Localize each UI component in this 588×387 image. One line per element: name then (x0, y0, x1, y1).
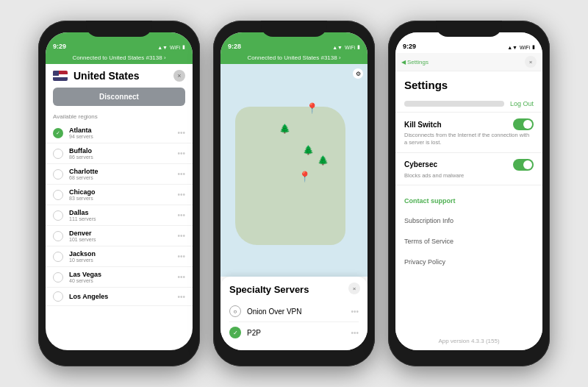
region-icon (53, 210, 63, 221)
kill-switch-header: Kill Switch (404, 118, 534, 130)
list-item[interactable]: Los Angeles ••• (46, 288, 193, 306)
p2p-more-icon[interactable]: ••• (351, 329, 359, 337)
region-icon (53, 291, 63, 302)
list-item[interactable]: Chicago 83 servers ••• (46, 185, 193, 205)
list-item[interactable]: Charlotte 68 servers ••• (46, 164, 193, 185)
map-pin-1: 📍 (306, 102, 318, 114)
region-icon (53, 169, 63, 180)
list-item[interactable]: Atlanta 94 servers ••• (46, 123, 193, 143)
more-icon[interactable]: ••• (177, 232, 185, 240)
phone-1: 9:29 ▲▼ WiFi ▮ Connected to United State… (38, 21, 200, 366)
region-servers: 83 servers (69, 196, 177, 201)
phone-1-time: 9:29 (53, 43, 66, 50)
settings-content: Settings Log Out Kill Switch Disconnects… (395, 71, 542, 350)
kill-switch-toggle[interactable] (513, 118, 534, 130)
more-icon[interactable]: ••• (177, 273, 185, 281)
logout-button[interactable]: Log Out (510, 100, 534, 107)
phone-1-header: United States × (46, 64, 193, 85)
phone-2-status-icons: ▲▼ WiFi ▮ (332, 44, 360, 50)
region-info: Las Vegas 40 servers (69, 271, 177, 283)
more-icon[interactable]: ••• (177, 149, 185, 157)
more-icon[interactable]: ••• (177, 252, 185, 260)
region-servers: 101 servers (69, 237, 177, 242)
region-info: Los Angeles (69, 293, 177, 300)
map-pin-2: 📍 (298, 171, 311, 182)
battery-icon: ▮ (532, 44, 535, 50)
back-chevron-icon: ◀ (401, 59, 406, 65)
phone-2-status-bar: 9:28 ▲▼ WiFi ▮ (220, 32, 368, 53)
region-name: Las Vegas (69, 271, 177, 278)
specialty-servers-title: Specialty Servers (229, 284, 359, 295)
cybersec-row: Cybersec Blocks ads and malware (395, 153, 542, 186)
phone-1-conn-bar: Connected to United States #3138 › (46, 53, 193, 64)
map-settings-button[interactable]: ⚙ (353, 68, 363, 79)
contact-support-section: Contact support (395, 185, 542, 209)
p2p-item[interactable]: ✓ P2P ••• (229, 322, 359, 343)
back-button[interactable]: ◀ Settings (401, 59, 429, 65)
phone-1-status-bar: 9:29 ▲▼ WiFi ▮ (46, 32, 193, 53)
region-name: Los Angeles (69, 293, 177, 300)
list-item[interactable]: Dallas 111 servers ••• (46, 205, 193, 226)
battery-icon: ▮ (357, 44, 360, 50)
signal-icon: ▲▼ (157, 45, 168, 50)
region-info: Charlotte 68 servers (69, 168, 177, 180)
region-list: Atlanta 94 servers ••• Buffalo 86 server… (46, 123, 193, 350)
list-item[interactable]: Las Vegas 40 servers ••• (46, 267, 193, 288)
back-label: Settings (407, 59, 429, 65)
region-servers: 94 servers (69, 134, 177, 139)
onion-vpn-item[interactable]: ○ Onion Over VPN ••• (229, 301, 359, 322)
signal-icon: ▲▼ (507, 45, 517, 50)
country-name: United States (74, 70, 173, 82)
phone-3: 9:29 ▲▼ WiFi ▮ ◀ Settings × Settings Log… (388, 21, 550, 366)
onion-more-icon[interactable]: ••• (351, 308, 359, 316)
disconnect-button[interactable]: Disconnect (53, 88, 185, 106)
region-info: Chicago 83 servers (69, 188, 177, 201)
p2p-label: P2P (247, 329, 351, 337)
subscription-info-link[interactable]: Subscription Info (404, 217, 453, 224)
specialty-servers-panel: Specialty Servers × ○ Onion Over VPN •••… (220, 277, 368, 350)
close-button[interactable]: × (173, 70, 185, 82)
region-icon (53, 272, 63, 283)
region-servers: 86 servers (69, 155, 177, 160)
map-tree-2: 🌲 (303, 145, 314, 155)
region-icon (53, 252, 63, 262)
cybersec-desc: Blocks ads and malware (404, 172, 534, 180)
phone-1-screen: 9:29 ▲▼ WiFi ▮ Connected to United State… (46, 32, 193, 350)
region-icon (53, 231, 63, 241)
more-icon[interactable]: ••• (177, 129, 185, 137)
region-servers: 68 servers (69, 175, 177, 180)
map-view: 📍 🌲 🌲 🌲 📍 ⚙ (220, 64, 368, 277)
more-icon[interactable]: ••• (177, 211, 185, 219)
region-name: Dallas (69, 209, 177, 216)
region-info: Atlanta 94 servers (69, 127, 177, 139)
phone-2: 9:28 ▲▼ WiFi ▮ Connected to United State… (213, 21, 375, 366)
list-item[interactable]: Buffalo 86 servers ••• (46, 143, 193, 164)
phone-2-conn-bar: Connected to United States #3138 › (220, 53, 368, 64)
privacy-policy-row[interactable]: Privacy Policy (395, 250, 542, 271)
nav-close-button[interactable]: × (525, 56, 537, 68)
region-info: Dallas 111 servers (69, 209, 177, 221)
kill-switch-label: Kill Switch (404, 121, 442, 129)
more-icon[interactable]: ••• (177, 191, 185, 199)
subscription-info-row[interactable]: Subscription Info (395, 209, 542, 230)
specialty-close-button[interactable]: × (348, 283, 360, 294)
active-region-icon (53, 128, 63, 138)
account-row: Log Out (395, 96, 542, 113)
phone-3-time: 9:29 (403, 43, 416, 50)
battery-icon: ▮ (182, 44, 185, 50)
list-item[interactable]: Denver 101 servers ••• (46, 226, 193, 246)
account-email-blur (404, 101, 504, 107)
contact-support-label[interactable]: Contact support (404, 197, 456, 205)
terms-of-service-link[interactable]: Terms of Service (404, 238, 453, 245)
more-icon[interactable]: ••• (177, 293, 185, 301)
cybersec-toggle[interactable] (513, 159, 534, 171)
list-item[interactable]: Jackson 10 servers ••• (46, 246, 193, 267)
region-info: Buffalo 86 servers (69, 147, 177, 160)
privacy-policy-link[interactable]: Privacy Policy (404, 258, 445, 266)
region-icon (53, 149, 63, 159)
region-name: Denver (69, 230, 177, 237)
onion-vpn-label: Onion Over VPN (247, 308, 351, 316)
more-icon[interactable]: ••• (177, 170, 185, 178)
region-name: Charlotte (69, 168, 177, 175)
terms-of-service-row[interactable]: Terms of Service (395, 230, 542, 250)
